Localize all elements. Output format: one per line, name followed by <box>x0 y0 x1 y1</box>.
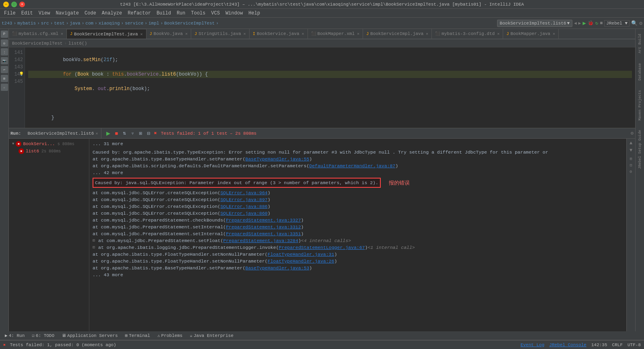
run-filter-button[interactable]: ▿ <box>129 130 136 137</box>
close-button[interactable]: ✕ <box>19 2 25 7</box>
tab-bookserviceimpltest[interactable]: J BookServiceImplTest.java ✕ <box>67 29 146 39</box>
run-collapse-all-button[interactable]: ⊟ <box>145 130 152 137</box>
link-preparedstmt3327[interactable]: PreparedStatement.java:3327 <box>226 218 301 223</box>
link-sqlerror964[interactable]: SQLError.java:964 <box>220 190 267 195</box>
run-settings-icon[interactable]: ⚙ <box>631 130 634 136</box>
menu-code[interactable]: Code <box>82 10 99 17</box>
menu-run[interactable]: Run <box>174 10 188 17</box>
run-output[interactable]: ... 31 more Caused by: org.apache.ibatis… <box>89 139 626 331</box>
link-sqlerror886[interactable]: SQLError.java:886 <box>220 204 267 209</box>
maven-icon[interactable]: Maven Projects <box>638 90 642 121</box>
breadcrumb-project[interactable]: t243 <box>2 21 12 26</box>
run-sort-button[interactable]: ⇅ <box>121 130 128 137</box>
link-floattypehandler31[interactable]: FloatTypeHandler.java:31 <box>268 252 334 257</box>
link-sqlerror860[interactable]: SQLError.java:860 <box>220 211 267 216</box>
rebel-guide-icon[interactable]: JRebel Setup Guide <box>638 130 642 169</box>
jrebel-dropdown[interactable]: JRebel ▼ <box>604 20 630 27</box>
run-rerun-button[interactable]: ▶ <box>105 130 112 137</box>
tab-mybatis-config-dtd[interactable]: ⬛ mybatis-3-config.dtd ✕ <box>432 29 503 39</box>
link-basetypehandler53[interactable]: BaseTypeHandler.java:53 <box>246 265 310 271</box>
tab-close-bookmapperxml[interactable]: ✕ <box>357 31 359 36</box>
run-tab-close-icon[interactable]: ✕ <box>95 131 98 136</box>
tab-close-bookmapperjava[interactable]: ✕ <box>553 31 555 36</box>
tab-bookvo[interactable]: J BookVo.java ✕ <box>147 29 192 39</box>
run-stop-button[interactable]: ■ <box>113 130 120 137</box>
breadcrumb-com[interactable]: com <box>85 21 93 26</box>
event-log-link[interactable]: Event Log <box>520 343 544 347</box>
breadcrumb-class[interactable]: BookServiceImplTest <box>164 21 215 26</box>
breadcrumb-class-name[interactable]: BookServiceImplTest <box>12 41 62 46</box>
rerun-icon[interactable]: ↻ <box>595 20 598 26</box>
nav-forward-icon[interactable]: ▶ <box>578 21 581 26</box>
tab-close-stringutils[interactable]: ✕ <box>244 31 246 36</box>
link-basetypehandler55[interactable]: BaseTypeHandler.java:55 <box>246 156 310 162</box>
tree-expand-icon[interactable]: ▼ <box>12 142 14 146</box>
jrebel-console-link[interactable]: JRebel Console <box>549 343 586 347</box>
run-sidebar-icon-1[interactable]: ⊞ <box>630 156 632 161</box>
expand-icon-1[interactable]: ⊞ <box>93 237 98 244</box>
menu-tools[interactable]: Tools <box>189 10 208 17</box>
run-sidebar-icon-3[interactable]: ⚙ <box>630 169 632 174</box>
menu-navigate[interactable]: Navigate <box>53 10 81 17</box>
stop-icon[interactable]: ■ <box>600 21 603 26</box>
sidebar-icon-3[interactable]: 📷 <box>1 57 8 64</box>
tab-stringutils[interactable]: J StringUtils.java ✕ <box>191 29 250 39</box>
tree-item-bookservi[interactable]: ▼ ✖ BookServi... s 808ms <box>10 140 87 148</box>
sidebar-icon-4[interactable]: ↩ <box>1 66 8 73</box>
code-content[interactable]: bookVo.setMin(21f); for (Book book : thi… <box>25 47 635 128</box>
bottom-tab-todo[interactable]: ☑ 6: TODO <box>29 332 58 339</box>
gear-icon[interactable]: ⚙ <box>639 20 642 27</box>
art-build-icon[interactable]: Art Build <box>638 34 642 53</box>
bottom-tab-terminal[interactable]: ⊞ Terminal <box>122 332 153 339</box>
breadcrumb-impl[interactable]: impl <box>149 21 159 26</box>
sidebar-icon-2[interactable]: ⋮ <box>1 48 8 55</box>
link-preparedstmt3351[interactable]: PreparedStatement.java:3351 <box>226 231 301 236</box>
tab-close-active-icon[interactable]: ✕ <box>140 32 143 37</box>
bottom-tab-appservers[interactable]: 🖥 Application Servers <box>58 332 121 339</box>
menu-build[interactable]: Build <box>154 10 173 17</box>
maximize-button[interactable]: □ <box>11 2 17 7</box>
run-expand-all-button[interactable]: ⊞ <box>137 130 144 137</box>
scroll-up-icon[interactable]: ▲ <box>630 140 632 146</box>
link-defaultparamhandler87[interactable]: DefaultParameterHandler.java:87 <box>309 163 395 168</box>
link-sqlerror897[interactable]: SQLError.java:897 <box>220 197 267 202</box>
sidebar-icon-5[interactable]: ⊞ <box>1 75 8 82</box>
database-icon[interactable]: Database <box>638 63 642 80</box>
breadcrumb-method-name[interactable]: list6() <box>68 41 87 46</box>
link-preparedstmt3284[interactable]: PreparedStatement.java:3284 <box>223 237 298 244</box>
minimize-button[interactable]: — <box>3 2 9 7</box>
breadcrumb-xiaoqing[interactable]: xiaoqing <box>99 21 120 26</box>
scroll-down-icon[interactable]: ▼ <box>630 148 632 153</box>
breadcrumb-mybatis[interactable]: mybatis <box>17 21 36 26</box>
tab-close-icon[interactable]: ✕ <box>61 31 63 36</box>
menu-edit[interactable]: Edit <box>19 10 35 17</box>
sidebar-icon-1[interactable]: ◎ <box>1 39 8 47</box>
method-dropdown[interactable]: BookServiceImplTest.list6 ▼ <box>497 20 573 27</box>
tab-close-bookvo[interactable]: ✕ <box>185 31 188 36</box>
tab-bookmapper-xml[interactable]: ⬛ BookMapper.xml ✕ <box>308 29 363 39</box>
tab-bookserviceimpl[interactable]: J BookServiceImpl.java ✕ <box>363 29 432 39</box>
menu-help[interactable]: Help <box>246 10 262 17</box>
tab-mybatis-cfg[interactable]: ⬛ mybatis.cfg.xml ✕ <box>9 29 67 39</box>
run-tab[interactable]: BookServiceImplTest.list6 ✕ <box>24 128 101 138</box>
link-preparedstmtlogger67[interactable]: PreparedStatementLogger.java:67 <box>279 244 365 251</box>
search-icon[interactable]: 🔍 <box>631 20 638 27</box>
breadcrumb-src[interactable]: src <box>41 21 49 26</box>
run-icon[interactable]: ▶ <box>582 20 586 27</box>
sidebar-project-icon[interactable]: P <box>1 31 8 38</box>
tab-bookservice[interactable]: I BookService.java ✕ <box>250 29 308 39</box>
status-lineending[interactable]: CRLF <box>612 343 623 347</box>
tab-close-bookserviceimpl[interactable]: ✕ <box>426 31 428 36</box>
debug-icon[interactable]: 🐞 <box>588 20 594 26</box>
sidebar-icon-6[interactable]: ☆ <box>1 84 8 91</box>
link-floattypehandler26[interactable]: FloatTypeHandler.java:26 <box>268 259 334 264</box>
tree-item-list6[interactable]: ✖ list6 2s 808ms <box>10 148 87 155</box>
status-encoding[interactable]: UTF-8 <box>627 343 641 347</box>
bottom-tab-problems[interactable]: ⚠ Problems <box>154 332 186 339</box>
nav-back-icon[interactable]: ◀ <box>574 21 577 26</box>
link-preparedstmt3312[interactable]: PreparedStatement.java:3312 <box>226 224 301 230</box>
bottom-tab-javaenterprise[interactable]: ☕ Java Enterprise <box>186 332 237 339</box>
menu-analyze[interactable]: Analyze <box>99 10 124 17</box>
breadcrumb-test[interactable]: test <box>54 21 64 26</box>
menu-vcs[interactable]: VCS <box>209 10 223 17</box>
